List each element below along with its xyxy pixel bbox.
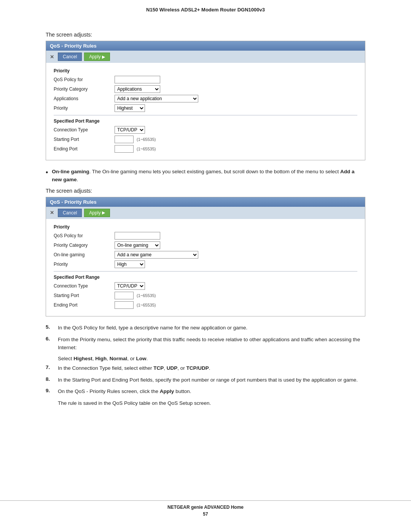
bullet-1-bold1: On-line gaming	[52, 169, 89, 174]
qos-toolbar-2: ✕ Cancel Apply ▶	[46, 207, 365, 219]
screen1-label: The screen adjusts:	[46, 32, 365, 38]
page-footer: NETGEAR genie ADVANCED Home 57	[0, 500, 411, 517]
cancel-button-2[interactable]: Cancel	[58, 209, 82, 217]
priority-category-select-2[interactable]: On-line gaming	[115, 241, 160, 249]
starting-port-input-2[interactable]	[115, 292, 134, 299]
connection-type-select-area-1: TCP/UDP	[115, 126, 145, 134]
form-row-priority-category-2: Priority Category On-line gaming	[54, 241, 357, 249]
form-row-ending-port-1: Ending Port (1~65535)	[54, 145, 357, 153]
qos-panel-1: QoS - Priority Rules ✕ Cancel Apply ▶ Pr…	[46, 41, 365, 160]
footer-brand: NETGEAR genie ADVANCED Home	[0, 505, 411, 510]
priority-category-select-1[interactable]: Applications	[115, 85, 160, 93]
form-row-connection-type-1: Connection Type TCP/UDP	[54, 126, 357, 134]
online-gaming-select-2[interactable]: Add a new game	[115, 251, 198, 259]
qos-policy-input-2[interactable]	[115, 232, 160, 240]
step-8-text: In the Starting Port and Ending Port fie…	[58, 376, 358, 384]
step-7-text: In the Connection Type field, select eit…	[58, 364, 210, 372]
screen2-label: The screen adjusts:	[46, 188, 365, 194]
form-row-online-gaming-2: On-line gaming Add a new game	[54, 251, 357, 259]
bullet-1-text: On-line gaming. The On-line gaming menu …	[52, 168, 365, 184]
priority-label-1: Priority	[54, 105, 115, 111]
connection-type-select-2[interactable]: TCP/UDP	[115, 282, 145, 290]
connection-type-label-2: Connection Type	[54, 283, 115, 289]
starting-port-label-1: Starting Port	[54, 137, 115, 142]
cancel-x-icon-2: ✕	[50, 210, 54, 216]
cancel-button-1[interactable]: Cancel	[58, 53, 82, 61]
step-7-udp: UDP	[167, 365, 178, 371]
ending-port-input-2[interactable]	[115, 301, 134, 309]
priority-select-2[interactable]: High	[115, 260, 145, 268]
form-row-qos-policy-1: QoS Policy for	[54, 76, 357, 83]
ending-port-range-2: (1~65535)	[137, 303, 156, 307]
priority-section-1: Priority	[54, 68, 357, 73]
form-row-priority-2: Priority High	[54, 260, 357, 268]
step-7-num: 7.	[46, 364, 54, 370]
starting-port-range-1: (1~65535)	[137, 137, 156, 142]
qos-policy-input-area-1	[115, 76, 160, 83]
starting-port-range-2: (1~65535)	[137, 293, 156, 298]
qos-policy-label-1: QoS Policy for	[54, 77, 115, 82]
apply-button-2[interactable]: Apply ▶	[84, 209, 110, 217]
page-content: The screen adjusts: QoS - Priority Rules…	[0, 16, 411, 430]
step-6-indent: Select Highest, High, Normal, or Low.	[58, 356, 365, 361]
closing-text: The rule is saved in the QoS Policy tabl…	[58, 399, 365, 407]
form-row-qos-policy-2: QoS Policy for	[54, 232, 357, 240]
ending-port-input-area-2: (1~65535)	[115, 301, 156, 309]
divider-2	[54, 271, 357, 272]
step-9-text: On the QoS - Priority Rules screen, clic…	[58, 388, 191, 396]
starting-port-label-2: Starting Port	[54, 293, 115, 298]
priority-select-area-2: High	[115, 260, 145, 268]
step-7-tcp: TCP	[153, 365, 164, 371]
form-row-starting-port-2: Starting Port (1~65535)	[54, 292, 357, 299]
connection-type-select-area-2: TCP/UDP	[115, 282, 145, 290]
numbered-list: 5. In the QoS Policy for field, type a d…	[46, 324, 365, 396]
form-row-priority-category-1: Priority Category Applications	[54, 85, 357, 93]
form-row-applications-1: Applications Add a new application	[54, 95, 357, 102]
bullet-1-section: • On-line gaming. The On-line gaming men…	[46, 168, 365, 184]
applications-select-area-1: Add a new application	[115, 95, 198, 102]
step-6-high: High	[95, 356, 107, 361]
apply-arrow-icon-2: ▶	[102, 210, 105, 215]
step-8: 8. In the Starting Port and Ending Port …	[46, 376, 365, 384]
apply-arrow-icon-1: ▶	[102, 54, 105, 59]
priority-select-area-1: Highest	[115, 104, 145, 112]
qos-body-2: Priority QoS Policy for Priority Categor…	[46, 219, 365, 316]
priority-select-1[interactable]: Highest	[115, 104, 145, 112]
qos-panel-1-header: QoS - Priority Rules	[46, 41, 365, 51]
connection-type-label-1: Connection Type	[54, 127, 115, 133]
step-7-tcpudp: TCP/UDP	[186, 365, 209, 371]
ending-port-label-1: Ending Port	[54, 146, 115, 152]
page-number: 57	[0, 511, 411, 517]
priority-category-label-1: Priority Category	[54, 86, 115, 92]
apply-button-1[interactable]: Apply ▶	[84, 53, 110, 61]
priority-label-2: Priority	[54, 262, 115, 267]
step-8-num: 8.	[46, 376, 54, 382]
step-6-low: Low	[136, 356, 147, 361]
bullet-1-dot: •	[46, 168, 48, 177]
online-gaming-select-area-2: Add a new game	[115, 251, 198, 259]
qos-policy-input-1[interactable]	[115, 76, 160, 83]
step-9-num: 9.	[46, 388, 54, 393]
specified-port-range-1: Specified Port Range	[54, 118, 357, 124]
qos-panel-2-header: QoS - Priority Rules	[46, 197, 365, 207]
step-6-text: From the Priority menu, select the prior…	[58, 336, 365, 352]
divider-1	[54, 115, 357, 115]
applications-label-1: Applications	[54, 96, 115, 101]
page-header: N150 Wireless ADSL2+ Modem Router DGN100…	[0, 0, 411, 16]
step-7: 7. In the Connection Type field, select …	[46, 364, 365, 372]
step-6-normal: Normal	[110, 356, 127, 361]
step-5: 5. In the QoS Policy for field, type a d…	[46, 324, 365, 332]
qos-policy-label-2: QoS Policy for	[54, 233, 115, 238]
step-6-highest: Highest	[73, 356, 92, 361]
form-row-priority-1: Priority Highest	[54, 104, 357, 112]
step-9-apply: Apply	[160, 388, 174, 394]
applications-select-1[interactable]: Add a new application	[115, 95, 198, 102]
qos-body-1: Priority QoS Policy for Priority Categor…	[46, 63, 365, 160]
priority-category-label-2: Priority Category	[54, 243, 115, 248]
priority-section-2: Priority	[54, 224, 357, 230]
form-row-connection-type-2: Connection Type TCP/UDP	[54, 282, 357, 290]
ending-port-input-1[interactable]	[115, 145, 134, 153]
ending-port-input-area-1: (1~65535)	[115, 145, 156, 153]
connection-type-select-1[interactable]: TCP/UDP	[115, 126, 145, 134]
starting-port-input-1[interactable]	[115, 136, 134, 143]
